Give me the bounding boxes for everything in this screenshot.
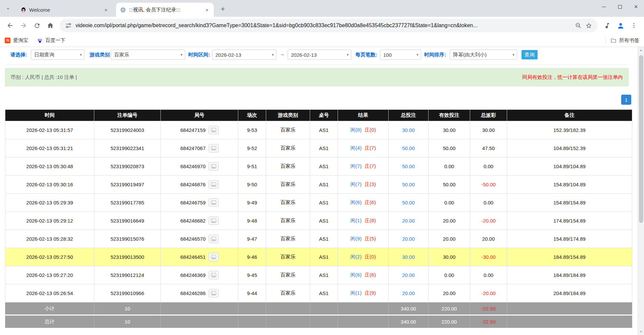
total-bet-link[interactable]: 20.00 [402,290,415,296]
replay-image-button[interactable] [209,126,218,134]
empty-cell [338,315,389,328]
profile-button[interactable] [614,19,627,32]
result-cell: 闲(4) 庄(7) [338,139,389,157]
round-id-cell: 684247067 [161,139,238,157]
player-result: 闲(1) [350,290,361,296]
replay-image-button[interactable] [209,253,218,261]
subtotal-note [507,302,632,315]
replay-image-button[interactable] [209,144,218,152]
total-bet-link[interactable]: 30.00 [402,254,415,260]
game-type-cell: 百家乐 [266,230,310,248]
page-size-dropdown[interactable]: 100 ▾ [380,50,421,60]
replay-image-button[interactable] [209,289,218,297]
new-tab-button[interactable]: + [218,4,228,14]
replay-image-button[interactable] [209,271,218,279]
all-bookmarks-button[interactable]: 所有书签 [610,37,639,44]
total-bet-link[interactable]: 20.00 [402,272,415,278]
replay-image-button[interactable] [209,198,218,207]
round-id-cell: 684247159 [161,121,238,139]
pagination-page-1-button[interactable]: 1 [621,95,631,105]
tab-close-icon[interactable]: × [204,6,210,13]
back-button[interactable] [3,19,17,32]
total-bet-link[interactable]: 20.00 [402,236,415,242]
game-type-cell: 百家乐 [266,157,310,176]
table-no-cell: AS1 [310,212,338,230]
bookmark-baidu[interactable]: 百度一下 [37,37,65,44]
total-bet-link[interactable]: 50.00 [402,200,415,205]
all-bookmarks-label: 所有书签 [619,37,639,44]
address-bar[interactable]: videoie.com/ipl/portal.php/game/betrecor… [60,19,598,32]
payout-cell: -30.00 [470,248,507,266]
image-icon [211,200,216,205]
vertical-scrollbar[interactable]: ▲ ▼ [638,47,644,335]
minimize-button[interactable] [596,0,612,13]
scroll-down-arrow[interactable]: ▼ [638,329,644,335]
table-no-cell: AS1 [310,194,338,212]
date-to-input[interactable]: 2026-02-13 ▾ [288,50,351,60]
note-cell: 174.89/154.89 [507,212,632,230]
col-game-type: 游戏类别 [266,110,310,121]
table-no-cell: AS1 [310,284,338,302]
tab-bet-records[interactable]: :::视讯, 会员下注纪录::: × [116,3,214,17]
total-row: 总计 10 340.00 220.00 -22.50 [5,315,632,328]
media-controls-button[interactable] [600,19,614,32]
table-row: 2026-02-13 05:30:48 523199020873 6842469… [5,157,632,176]
maximize-button[interactable] [612,0,628,13]
session-cell: 9-45 [238,266,266,284]
payout-cell: -20.00 [470,284,507,302]
close-icon: × [634,4,638,10]
table-no-cell: AS1 [310,266,338,284]
table-row: 2026-02-13 05:26:54 523199010966 6842462… [5,284,632,302]
date-from-input[interactable]: 2026-02-13 ▾ [212,50,277,60]
table-no-cell: AS1 [310,139,338,157]
sort-order-dropdown[interactable]: 降幂(由大到小) ▾ [450,50,517,60]
scroll-up-arrow[interactable]: ▲ [638,47,644,53]
tab-welcome[interactable]: Welcome × [16,3,113,17]
replay-image-button[interactable] [209,162,218,171]
game-type-cell: 百家乐 [266,266,310,284]
result-cell: 闲(7) 庄(3) [338,176,389,194]
chevron-down-icon: ▾ [80,52,82,57]
home-button[interactable] [44,19,57,32]
site-settings-icon[interactable] [65,22,72,29]
total-bet-link[interactable]: 50.00 [402,163,415,169]
tab-close-icon[interactable]: × [103,6,109,13]
game-type-dropdown[interactable]: 百家乐 ▾ [111,50,185,60]
notice-text: 同局有效投注，统一计算在该局第一张注单内 [522,74,623,81]
round-id-wrap: 684247067 [161,144,238,152]
banker-result: 庄(5) [365,236,376,241]
header-row: 时间 注单编号 局号 场次 游戏类别 桌号 结果 总投注 有效投注 总派彩 备注 [5,110,632,121]
total-bet-link[interactable]: 30.00 [402,127,415,133]
search-button[interactable]: 查询 [522,50,538,59]
time-cell: 2026-02-13 05:29:39 [5,194,94,212]
bookmark-star-icon[interactable] [585,22,592,29]
bookmark-aitaobao[interactable]: 淘 爱淘宝 [5,37,28,44]
replay-image-button[interactable] [209,180,218,189]
col-valid-bet: 有效投注 [429,110,470,121]
sort-order-value: 降幂(由大到小) [453,52,487,58]
subtotal-label: 小计 [5,302,94,315]
zoom-icon[interactable] [575,22,582,29]
select-type-dropdown[interactable]: 日期查询 ▾ [31,50,85,60]
replay-image-button[interactable] [209,217,218,225]
round-id-wrap: 684246286 [161,289,238,297]
url-text[interactable]: videoie.com/ipl/portal.php/game/betrecor… [76,22,571,29]
total-note [507,315,632,328]
chevron-down-icon: ▾ [416,52,418,57]
game-type-cell: 百家乐 [266,212,310,230]
table-row: 2026-02-13 05:29:12 523199016649 6842466… [5,212,632,230]
total-bet-link[interactable]: 20.00 [402,218,415,224]
replay-image-button[interactable] [209,235,218,243]
reload-button[interactable] [30,19,44,32]
player-result: 闲(4) [350,145,361,151]
menu-button[interactable] [627,19,641,32]
forward-button[interactable] [17,19,30,32]
close-button[interactable]: × [628,0,644,13]
tab-search-button[interactable] [3,4,13,13]
round-id-wrap: 684246759 [161,198,238,207]
note-cell: 184.89/184.89 [507,266,632,284]
image-icon [211,164,216,169]
total-bet-link[interactable]: 50.00 [402,145,415,151]
total-bet-link[interactable]: 50.00 [402,182,415,187]
scrollbar-thumb[interactable] [639,55,643,223]
